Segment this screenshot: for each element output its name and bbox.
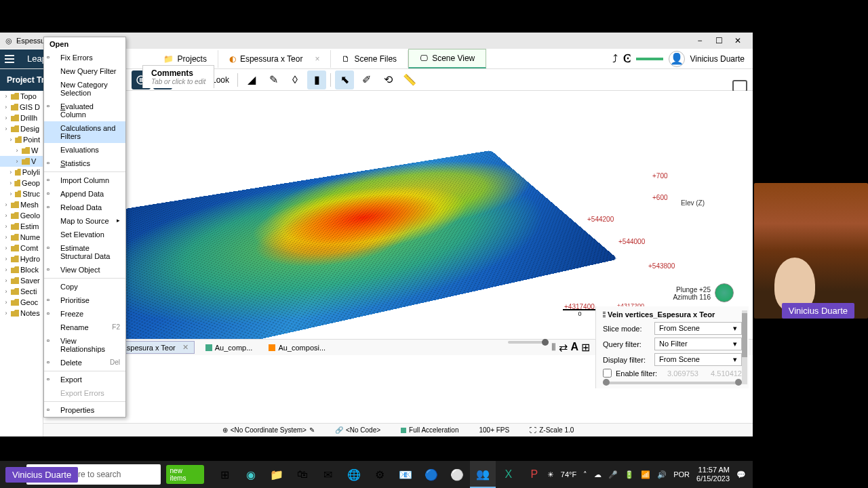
menu-item[interactable]: Map to Source▸: [44, 214, 125, 228]
tree-item[interactable]: ›Geolo: [0, 210, 43, 221]
tree-item[interactable]: ›Nume: [0, 232, 43, 243]
prop-select[interactable]: From Scene▾: [654, 353, 742, 366]
menu-item[interactable]: ▫Fix Errors: [44, 51, 125, 64]
close-button[interactable]: ✕: [728, 34, 747, 47]
slicer-tool[interactable]: ▮: [307, 70, 326, 89]
tree-item[interactable]: ›V: [0, 156, 43, 167]
menu-item[interactable]: ▫Append Data: [44, 187, 125, 201]
tree-item[interactable]: ›GIS D: [0, 102, 43, 113]
outlook-icon[interactable]: 📧: [393, 461, 418, 488]
maximize-button[interactable]: ☐: [709, 34, 728, 47]
chrome-icon[interactable]: 🌐: [341, 461, 367, 488]
panel-scrollbar[interactable]: [742, 310, 747, 384]
menu-item[interactable]: ▫Reload Data: [44, 201, 125, 214]
battery-icon[interactable]: 🔋: [625, 470, 634, 479]
3d-viewport[interactable]: Elev (Z) +700+600+544200+544000+543800+4…: [43, 91, 753, 339]
central-icon[interactable]: Ͼ: [623, 52, 631, 65]
edge-icon[interactable]: ◉: [238, 461, 264, 488]
lang-indicator[interactable]: POR: [673, 470, 690, 479]
tree-item[interactable]: ›Struc: [0, 188, 43, 199]
tree-item[interactable]: ›Saver: [0, 275, 43, 286]
menu-item[interactable]: ▫Export: [44, 373, 125, 386]
powerpoint-icon[interactable]: P: [521, 461, 547, 488]
select-tool[interactable]: ⬉: [335, 70, 354, 89]
app1-icon[interactable]: ⚙: [367, 461, 393, 488]
bars-icon[interactable]: ⦀: [551, 341, 556, 354]
tree-item[interactable]: ›Hydro: [0, 253, 43, 264]
rotate-tool[interactable]: ⟲: [378, 70, 397, 89]
explorer-icon[interactable]: 📁: [264, 461, 290, 488]
menu-item[interactable]: ▫Prioritise: [44, 293, 125, 307]
scene-object-tab-1[interactable]: Au_comp...: [200, 342, 258, 353]
lasso-tool[interactable]: ◊: [285, 70, 304, 89]
menu-item[interactable]: Set Elevation: [44, 228, 125, 241]
prop-select[interactable]: No Filter▾: [654, 338, 742, 350]
menu-item[interactable]: ▫Import Column: [44, 174, 125, 187]
taskbar[interactable]: 🔍Type here to search new items ⊞ ◉ 📁 🛍 ✉…: [0, 461, 753, 488]
notifications-icon[interactable]: 💬: [736, 470, 746, 479]
mic-icon[interactable]: 🎤: [608, 470, 618, 479]
tree-item[interactable]: ›Drillh: [0, 113, 43, 123]
menu-item[interactable]: New Query Filter: [44, 64, 125, 78]
link-icon[interactable]: ⤴: [612, 53, 618, 65]
menu-item[interactable]: ▫Properties: [44, 403, 125, 417]
teams-icon[interactable]: 👥: [470, 461, 496, 488]
app2-icon[interactable]: 🔵: [418, 461, 444, 488]
hamburger-menu[interactable]: [0, 49, 19, 68]
scene-object-tab-2[interactable]: Au_composi...: [263, 342, 331, 353]
prop-select[interactable]: From Scene▾: [654, 322, 742, 335]
tree-item[interactable]: ›Topo: [0, 91, 43, 102]
new-badge[interactable]: new items: [166, 465, 204, 484]
menu-item[interactable]: RenameF2: [44, 321, 125, 334]
tree-item[interactable]: ›Notes: [0, 308, 43, 319]
grid-icon[interactable]: ⊞: [581, 341, 590, 354]
menu-item[interactable]: New Category Selection: [44, 78, 125, 100]
tab-scene-view[interactable]: 🖵Scene View: [408, 49, 486, 68]
menu-item[interactable]: ▫View Relationships: [44, 334, 125, 356]
menu-item[interactable]: ▫Evaluated Column: [44, 100, 125, 121]
menu-item[interactable]: Calculations and Filters: [44, 121, 125, 143]
adjust-icon[interactable]: ⇄: [559, 341, 568, 354]
text-icon[interactable]: A: [570, 341, 578, 354]
menu-item[interactable]: ▫Freeze: [44, 307, 125, 321]
tree-item[interactable]: ›Mesh: [0, 199, 43, 210]
mail-icon[interactable]: ✉: [315, 461, 341, 488]
volume-icon[interactable]: 🔊: [657, 470, 667, 479]
context-menu[interactable]: Open ▫Fix ErrorsNew Query FilterNew Cate…: [43, 37, 126, 418]
tree-item[interactable]: ›Secti: [0, 286, 43, 297]
menu-item[interactable]: Copy: [44, 280, 125, 293]
excel-icon[interactable]: X: [496, 461, 521, 488]
app3-icon[interactable]: ⚪: [444, 461, 470, 488]
tree-item[interactable]: ›Point: [0, 134, 43, 145]
tree-item[interactable]: ›Estim: [0, 221, 43, 232]
user-avatar-icon[interactable]: 👤: [669, 51, 685, 67]
tree-item[interactable]: ›W: [0, 145, 43, 156]
cloud-icon[interactable]: ☁: [594, 470, 601, 479]
enable-filter-checkbox[interactable]: [603, 369, 612, 378]
pen-tool[interactable]: ✎: [264, 70, 283, 89]
tray-chevron-icon[interactable]: ˄: [583, 470, 587, 479]
tree-item[interactable]: ›Block: [0, 264, 43, 275]
minimize-button[interactable]: −: [690, 34, 709, 47]
tab-espessura[interactable]: ◐Espessura x Teor×: [218, 50, 332, 68]
compass-icon[interactable]: [715, 283, 734, 302]
close-tab-icon[interactable]: ✕: [182, 343, 189, 352]
task-view-icon[interactable]: ⊞: [212, 461, 238, 488]
tab-scene-files[interactable]: 🗋Scene Files: [331, 50, 408, 68]
tree-item[interactable]: ›Geop: [0, 178, 43, 188]
filter-range-slider[interactable]: [603, 382, 742, 384]
tree-item[interactable]: ›Geoc: [0, 297, 43, 308]
menu-item[interactable]: ▫View Object: [44, 263, 125, 277]
store-icon[interactable]: 🛍: [290, 461, 315, 488]
project-tree[interactable]: ›Topo›GIS D›Drillh›Desig›Point›W›V›Polyl…: [0, 91, 43, 436]
tree-item[interactable]: ›Polyli: [0, 167, 43, 178]
tree-item[interactable]: ›Desig: [0, 123, 43, 134]
clock[interactable]: 11:57 AM 6/15/2023: [696, 466, 730, 483]
tree-item[interactable]: ›Comt: [0, 243, 43, 253]
opacity-slider[interactable]: [508, 341, 549, 344]
wifi-icon[interactable]: 📶: [641, 470, 650, 479]
draw-tool[interactable]: ✐: [357, 70, 376, 89]
weather-icon[interactable]: ☀: [547, 470, 554, 479]
menu-item[interactable]: ▫DeleteDel: [44, 356, 125, 369]
plane-tool[interactable]: ◢: [242, 70, 261, 89]
